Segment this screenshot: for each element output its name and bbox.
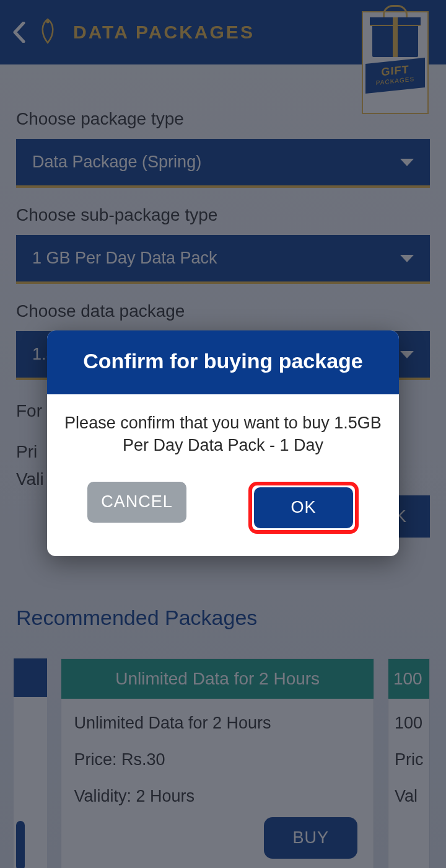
dialog-message: Please confirm that you want to buy 1.5G… (47, 394, 399, 463)
confirm-dialog: Confirm for buying package Please confir… (47, 330, 399, 556)
dialog-title: Confirm for buying package (47, 330, 399, 394)
dialog-actions: CANCEL OK (47, 463, 399, 556)
ok-button[interactable]: OK (254, 487, 353, 528)
ok-button-highlight: OK (248, 482, 359, 534)
cancel-button[interactable]: CANCEL (87, 482, 186, 523)
